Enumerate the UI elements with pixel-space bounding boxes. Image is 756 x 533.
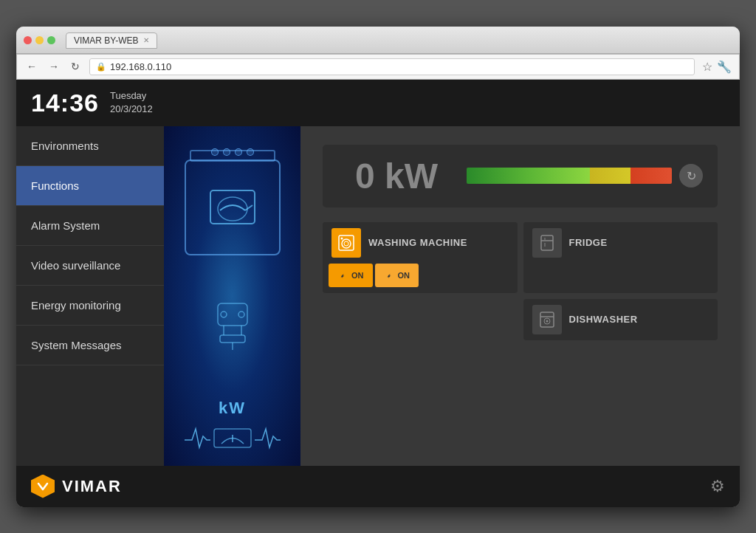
content-area: 0 kW ↻ <box>300 126 740 466</box>
fridge-icon <box>532 228 562 258</box>
hero-area: kW <box>164 126 300 466</box>
washing-machine-header: WASHING MACHINE <box>323 222 518 264</box>
svg-point-15 <box>341 237 343 239</box>
window-controls <box>24 36 55 44</box>
refresh-button[interactable]: ↻ <box>69 61 82 72</box>
sidebar-item-system-messages[interactable]: System Messages <box>16 326 164 365</box>
dishwasher-header: DISHWASHER <box>523 299 718 340</box>
vimar-shield-icon <box>31 475 55 498</box>
address-box[interactable]: 🔒 192.168.0.110 <box>89 58 695 75</box>
washing-machine-label: WASHING MACHINE <box>368 237 467 248</box>
footer-settings-icon[interactable]: ⚙ <box>710 477 725 496</box>
sidebar-item-functions[interactable]: Functions <box>16 166 164 206</box>
back-button[interactable]: ← <box>24 61 39 72</box>
dishwasher-label: DISHWASHER <box>569 314 638 325</box>
browser-window: VIMAR BY-WEB ✕ ← → ↻ 🔒 192.168.0.110 ☆ 🔧… <box>16 27 740 507</box>
washing-machine-on2-button[interactable]: ON <box>375 264 419 287</box>
lock-icon: 🔒 <box>96 62 106 72</box>
svg-rect-3 <box>218 303 247 326</box>
svg-rect-20 <box>540 312 554 327</box>
washing-machine-controls: ON ON <box>323 264 518 293</box>
svg-rect-16 <box>541 235 553 250</box>
svg-point-4 <box>221 312 227 317</box>
svg-point-5 <box>238 312 244 317</box>
svg-rect-0 <box>210 190 255 224</box>
washing-machine-card: WASHING MACHINE ON <box>323 222 518 293</box>
dishwasher-card: DISHWASHER <box>523 299 718 340</box>
day-label: Tuesday <box>110 89 153 103</box>
refresh-meter-button[interactable]: ↻ <box>679 164 703 188</box>
tab-close-icon[interactable]: ✕ <box>143 36 149 44</box>
power-meter-container: ↻ <box>467 164 703 188</box>
svg-rect-8 <box>220 335 245 343</box>
dishwasher-icon <box>532 305 562 334</box>
oven-svg <box>207 187 258 227</box>
bookmark-icon[interactable]: ☆ <box>702 60 712 74</box>
device-grid: WASHING MACHINE ON <box>323 222 718 340</box>
svg-point-14 <box>344 241 348 246</box>
hero-kw-label: kW <box>185 399 281 418</box>
hero-waveform <box>185 422 281 451</box>
date-display: Tuesday 20/3/2012 <box>110 89 153 116</box>
browser-tab[interactable]: VIMAR BY-WEB ✕ <box>66 32 157 49</box>
app-footer: VIMAR ⚙ <box>16 466 740 507</box>
minimize-button[interactable] <box>35 36 44 44</box>
vimar-brand-text: VIMAR <box>62 477 122 496</box>
forward-button[interactable]: → <box>47 61 61 72</box>
meter-green <box>467 168 590 184</box>
fridge-label: FRIDGE <box>569 237 608 248</box>
sidebar-item-energy-monitoring[interactable]: Energy monitoring <box>16 286 164 326</box>
power-value: 0 kW <box>337 156 456 196</box>
meter-yellow <box>590 168 631 184</box>
sidebar-item-video-surveillance[interactable]: Video surveillance <box>16 246 164 286</box>
sidebar-item-alarm-system[interactable]: Alarm System <box>16 206 164 246</box>
svg-line-2 <box>245 205 252 210</box>
browser-nav-icons: ☆ 🔧 <box>702 60 732 74</box>
sidebar: Environments Functions Alarm System Vide… <box>16 126 164 466</box>
fridge-header: FRIDGE <box>523 222 718 264</box>
fridge-card: FRIDGE <box>523 222 718 293</box>
browser-titlebar: VIMAR BY-WEB ✕ <box>16 27 740 54</box>
app-container: 14:36 Tuesday 20/3/2012 Environments Fun… <box>16 80 740 507</box>
app-main: Environments Functions Alarm System Vide… <box>16 126 740 466</box>
waveform-svg <box>185 422 281 451</box>
app-header: 14:36 Tuesday 20/3/2012 <box>16 80 740 126</box>
settings-icon[interactable]: 🔧 <box>717 60 732 74</box>
svg-point-13 <box>342 239 351 248</box>
time-display: 14:36 <box>31 89 99 117</box>
meter-red <box>630 168 672 184</box>
power-display: 0 kW ↻ <box>323 145 718 207</box>
oven-icon <box>185 159 281 255</box>
url-text: 192.168.0.110 <box>110 61 171 72</box>
maximize-button[interactable] <box>47 36 55 44</box>
date-label: 20/3/2012 <box>110 103 153 116</box>
browser-addressbar: ← → ↻ 🔒 192.168.0.110 ☆ 🔧 <box>16 54 740 80</box>
hero-bottom: kW <box>185 399 281 451</box>
lightning-svg <box>199 300 266 359</box>
close-button[interactable] <box>24 36 32 44</box>
svg-point-23 <box>546 320 548 322</box>
washing-machine-icon <box>331 228 361 258</box>
power-meter <box>467 168 672 184</box>
sidebar-item-environments[interactable]: Environments <box>16 126 164 166</box>
vimar-logo: VIMAR <box>31 475 122 498</box>
tab-title: VIMAR BY-WEB <box>74 35 139 46</box>
washing-machine-on1-button[interactable]: ON <box>329 264 373 287</box>
